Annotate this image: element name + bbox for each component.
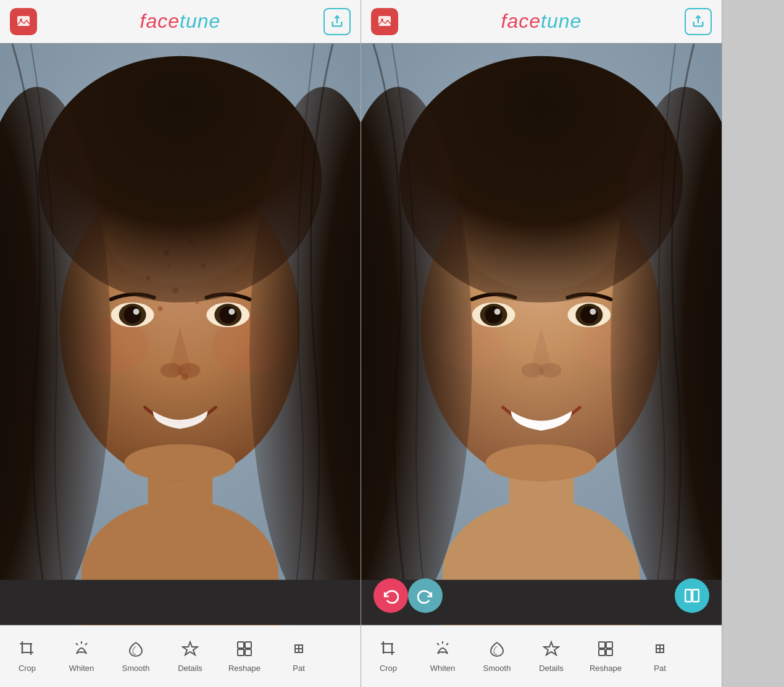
tool-reshape-right[interactable]: Reshape [578,632,633,681]
tool-crop-right[interactable]: Crop [361,632,415,681]
share-icon-left [330,15,344,28]
tool-smooth-right[interactable]: Smooth [470,632,524,681]
app-logo-right: facetune [501,10,582,33]
crop-icon-right [380,640,397,660]
tool-reshape-left[interactable]: Reshape [217,632,272,681]
undo-icon [383,588,399,604]
whiten-label-left: Whiten [69,664,94,673]
tool-details-left[interactable]: Details [163,632,217,681]
reshape-icon-right [597,640,614,660]
svg-marker-78 [544,642,559,655]
svg-rect-81 [599,649,605,656]
smooth-icon-left [127,640,144,660]
svg-point-66 [486,444,597,481]
whiten-icon-right [434,640,451,660]
before-photo [0,43,361,625]
svg-rect-41 [238,642,244,648]
svg-line-76 [437,643,439,645]
details-icon-left [181,640,199,660]
after-panel: facetune [361,0,722,687]
reshape-label-right: Reshape [590,664,622,673]
undo-button[interactable] [373,578,408,613]
tool-whiten-right[interactable]: Whiten [415,632,470,681]
reshape-icon-left [236,640,253,660]
gallery-button-left[interactable] [10,8,37,35]
patch-icon-right [651,640,669,660]
whiten-icon-left [73,640,90,660]
crop-label-right: Crop [380,664,397,673]
smooth-icon-right [488,640,506,660]
svg-point-62 [580,306,598,323]
crop-icon-left [19,640,36,660]
svg-rect-42 [245,642,251,648]
patch-icon-left [290,640,307,660]
svg-point-58 [485,306,503,323]
details-label-left: Details [178,664,202,673]
svg-rect-72 [693,589,699,602]
svg-point-63 [590,309,596,315]
svg-point-65 [540,363,562,378]
app-header-right: facetune [361,0,722,43]
app-header-left: facetune [0,0,361,43]
after-photo [361,43,722,625]
after-portrait [361,43,722,625]
image-icon-right [377,14,392,29]
svg-point-23 [133,309,140,315]
svg-point-59 [494,309,501,315]
patch-label-right: Pat [654,664,666,673]
compare-button[interactable] [675,578,709,613]
svg-line-77 [446,643,448,645]
share-button-right[interactable] [685,8,712,35]
svg-point-27 [228,309,235,315]
smooth-label-left: Smooth [122,664,150,673]
svg-point-30 [125,444,236,481]
patch-label-left: Pat [293,664,305,673]
image-icon [16,14,31,29]
svg-rect-34 [0,580,361,625]
toolbar-right: Crop Whiten Smooth [361,625,722,687]
logo-face-right: face [501,10,541,32]
svg-rect-0 [17,16,30,26]
svg-rect-44 [245,649,251,656]
tool-patch-right[interactable]: Pat [633,632,687,681]
svg-line-39 [85,643,87,645]
gallery-button-right[interactable] [371,8,398,35]
whiten-label-right: Whiten [430,664,455,673]
redo-icon [417,588,433,604]
crop-label-left: Crop [19,664,36,673]
redo-button[interactable] [408,578,443,613]
share-icon-right [691,15,705,28]
details-icon-right [543,640,560,660]
tool-smooth-left[interactable]: Smooth [109,632,163,681]
action-buttons [361,578,722,613]
svg-point-29 [178,363,201,378]
reshape-label-left: Reshape [228,664,261,673]
svg-point-26 [219,306,236,323]
tool-crop-left[interactable]: Crop [0,632,54,681]
logo-tune-right: tune [541,10,582,32]
toolbar-left: Crop Whiten Smooth [0,625,361,687]
share-button-left[interactable] [323,8,351,35]
svg-line-38 [76,643,78,645]
logo-tune-left: tune [180,10,220,32]
before-panel: facetune [0,0,361,687]
before-portrait [0,43,361,625]
svg-point-14 [158,306,163,311]
smooth-label-right: Smooth [483,664,511,673]
app-logo-left: facetune [140,10,221,33]
svg-marker-40 [183,642,198,655]
tool-whiten-left[interactable]: Whiten [54,632,109,681]
svg-rect-82 [606,649,612,656]
svg-rect-43 [238,649,244,656]
svg-rect-80 [606,642,612,648]
svg-rect-45 [378,16,391,26]
tool-details-right[interactable]: Details [524,632,578,681]
compare-icon [684,588,700,604]
details-label-right: Details [539,664,564,673]
svg-point-22 [124,306,141,323]
svg-rect-79 [599,642,605,648]
svg-rect-71 [685,589,691,602]
tool-patch-left[interactable]: Pat [272,632,326,681]
logo-face-left: face [140,10,180,32]
